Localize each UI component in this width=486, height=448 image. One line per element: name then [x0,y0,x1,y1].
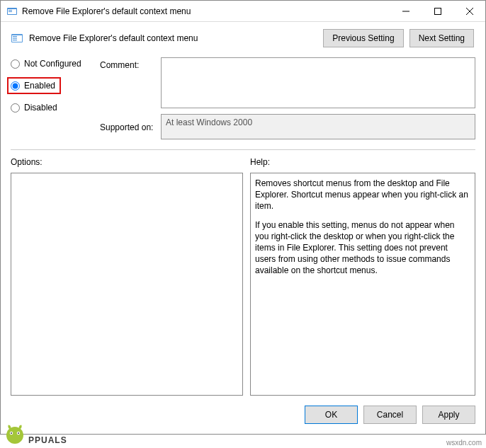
help-paragraph-1: Removes shortcut menus from the desktop … [255,178,470,212]
radio-disabled[interactable]: Disabled [11,103,96,113]
brand-text: PPUALS [28,435,67,445]
options-label: Options: [11,157,243,167]
help-pane[interactable]: Removes shortcut menus from the desktop … [250,173,475,396]
policy-title: Remove File Explorer's default context m… [29,33,198,43]
minimize-button[interactable] [390,1,422,21]
policy-icon [11,32,23,45]
state-radios: Not Configured Enabled Disabled [11,57,96,139]
radio-not-configured-label: Not Configured [24,59,81,69]
radio-not-configured-input[interactable] [11,59,20,69]
next-setting-button[interactable]: Next Setting [409,29,474,47]
field-labels: Comment: Supported on: [100,57,157,139]
options-pane [11,173,243,396]
help-label: Help: [250,157,475,167]
section-labels: Options: Help: [11,157,475,167]
svg-rect-3 [9,11,12,12]
panes: Removes shortcut menus from the desktop … [11,173,475,396]
comment-label: Comment: [100,59,157,70]
divider [11,149,475,150]
field-inputs: At least Windows 2000 [161,57,475,139]
settings-grid: Not Configured Enabled Disabled Comment:… [11,57,475,139]
dialog-buttons: OK Cancel Apply [11,401,475,424]
radio-disabled-label: Disabled [24,103,57,113]
apply-button[interactable]: Apply [422,406,475,424]
titlebar: Remove File Explorer's default context m… [1,1,485,22]
cancel-button[interactable]: Cancel [363,406,417,424]
svg-rect-5 [434,8,441,14]
header-row: Remove File Explorer's default context m… [11,29,475,47]
radio-not-configured[interactable]: Not Configured [11,59,96,69]
close-button[interactable] [453,1,485,21]
supported-on-box: At least Windows 2000 [161,114,475,139]
policy-editor-window: Remove File Explorer's default context m… [0,0,486,435]
svg-rect-11 [13,38,17,39]
svg-point-13 [6,427,23,444]
app-icon [6,6,18,17]
maximize-button[interactable] [422,1,453,21]
content-area: Remove File Explorer's default context m… [1,22,485,434]
radio-enabled-input[interactable] [11,81,20,91]
svg-rect-12 [13,40,17,40]
radio-enabled[interactable]: Enabled [7,77,61,94]
svg-rect-10 [13,36,17,37]
brand-overlay: PPUALS [3,421,67,445]
mascot-icon [3,421,27,445]
previous-setting-button[interactable]: Previous Setting [323,29,403,47]
ok-button[interactable]: OK [305,406,358,424]
supported-on-value: At least Windows 2000 [166,117,252,127]
nav-buttons: Previous Setting Next Setting [323,29,474,47]
help-paragraph-2: If you enable this setting, menus do not… [255,219,470,277]
watermark: wsxdn.com [446,439,482,447]
supported-on-label: Supported on: [100,121,157,132]
svg-rect-2 [9,10,12,11]
radio-enabled-label: Enabled [24,81,55,91]
window-title: Remove File Explorer's default context m… [22,6,390,16]
svg-point-16 [11,432,12,434]
radio-disabled-input[interactable] [11,103,20,113]
svg-point-17 [18,432,19,434]
comment-textarea[interactable] [161,57,475,108]
